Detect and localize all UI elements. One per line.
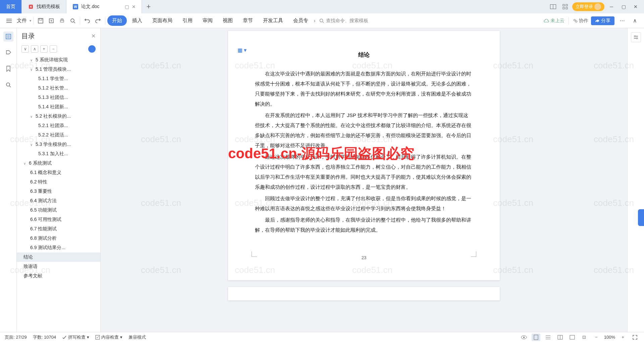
search-icon — [319, 18, 324, 23]
preview-icon[interactable] — [68, 16, 78, 26]
outline-icon[interactable] — [3, 32, 13, 42]
settings-panel-icon[interactable] — [631, 32, 641, 42]
export-icon[interactable] — [46, 16, 56, 26]
eye-icon[interactable] — [520, 334, 528, 341]
outline-item[interactable]: 6.7 性能测试 — [17, 224, 100, 234]
outline-item[interactable]: 结论 — [17, 252, 100, 262]
view-web-icon[interactable] — [568, 334, 577, 341]
page-corner — [471, 251, 476, 257]
outline-item[interactable]: 参考文献 — [17, 271, 100, 281]
bookmark-icon[interactable] — [3, 64, 13, 74]
outline-item[interactable]: 6.3 重要性 — [17, 187, 100, 196]
zoom-out-button[interactable]: − — [592, 334, 601, 341]
doc-heading: 结论 — [255, 51, 473, 59]
menu-layout[interactable]: 页面布局 — [148, 15, 177, 26]
menu-chapter[interactable]: 章节 — [238, 15, 258, 26]
page-marker-icon[interactable]: ▦ ▾ — [237, 47, 247, 53]
tab-home[interactable]: 首页 — [0, 0, 22, 13]
menu-start[interactable]: 开始 — [107, 15, 127, 26]
redo-icon[interactable] — [93, 16, 103, 26]
outline-item[interactable]: 6.4 测试方法 — [17, 196, 100, 206]
fullscreen-icon[interactable] — [631, 334, 639, 341]
print-icon[interactable] — [57, 16, 67, 26]
layout-icon[interactable] — [548, 2, 558, 12]
menu-devtools[interactable]: 开发工具 — [258, 15, 288, 26]
menu-reference[interactable]: 引用 — [178, 15, 197, 26]
zoom-in-button[interactable]: + — [619, 334, 627, 341]
outline-item[interactable]: 6.9 测试结果分... — [17, 243, 100, 252]
share-button[interactable]: 分享 — [591, 16, 614, 25]
outline-item[interactable]: ∨5.1 管理员模块... — [17, 65, 100, 74]
outline-item[interactable]: 6.6 可用性测试 — [17, 215, 100, 224]
login-button[interactable]: 立即登录 — [572, 2, 604, 11]
svg-rect-6 — [566, 4, 568, 6]
menu-insert[interactable]: 插入 — [127, 15, 147, 26]
menu-icon[interactable] — [4, 16, 14, 26]
outline-item[interactable]: 5.1.3 社团信... — [17, 93, 100, 102]
maximize-button[interactable]: ▢ — [619, 2, 629, 12]
close-outline-icon[interactable]: ✕ — [91, 33, 96, 39]
zoom-fit-icon[interactable]: ⊡ — [580, 334, 589, 341]
remove-node-icon[interactable]: − — [50, 45, 57, 53]
spell-check-toggle[interactable]: 拼写检查 ▾ — [62, 334, 89, 340]
outline-item[interactable]: ∨6 系统测试 — [17, 159, 100, 168]
outline-item[interactable]: ∨5 系统详细实现 — [17, 55, 100, 65]
compat-mode[interactable]: 兼容模式 — [128, 334, 146, 340]
window-mode-icon[interactable]: ▢ — [125, 4, 129, 9]
word-icon: W — [72, 4, 78, 10]
page-number: 23 — [255, 255, 473, 260]
cloud-icon — [544, 19, 549, 23]
outline-item[interactable]: ∨5.2 社长模块的... — [17, 112, 100, 121]
menu-member[interactable]: 会员专 — [288, 15, 313, 26]
svg-rect-12 — [38, 18, 43, 23]
paragraph: 在这次毕业设计中遇到的最困难的方面就是在数据库方面的知识，在刚开始进行毕业设计的… — [255, 69, 473, 109]
outline-item[interactable]: 6.5 功能测试 — [17, 206, 100, 215]
outline-item[interactable]: 6.2 特性 — [17, 177, 100, 187]
view-outline-icon[interactable] — [544, 334, 552, 341]
undo-icon[interactable] — [82, 16, 92, 26]
outline-item[interactable]: 致谢语 — [17, 262, 100, 271]
outline-item[interactable]: 5.1.2 社长管... — [17, 83, 100, 93]
expand-all-icon[interactable]: ∧ — [31, 45, 38, 53]
svg-rect-5 — [563, 4, 565, 6]
document-area[interactable]: ▦ ▾ 结论 在这次毕业设计中遇到的最困难的方面就是在数据库方面的知识，在刚开始… — [101, 28, 627, 332]
tab-doc[interactable]: W 论文.doc ▢ × — [66, 0, 142, 13]
command-search[interactable]: 查找命令、搜索模板 — [319, 18, 368, 24]
view-read-icon[interactable] — [556, 334, 565, 341]
menu-review[interactable]: 审阅 — [198, 15, 217, 26]
outline-item[interactable]: 5.1.1 学生管... — [17, 74, 100, 83]
collab-icon — [573, 18, 578, 23]
save-icon[interactable] — [36, 16, 46, 26]
outline-panel: 目录 ✕ ∨ ∧ + − ∨5 系统详细实现∨5.1 管理员模块...5.1.1… — [17, 28, 101, 332]
cloud-status[interactable]: 未上云 — [544, 18, 565, 24]
view-page-icon[interactable] — [532, 334, 540, 341]
close-icon[interactable]: × — [132, 3, 136, 10]
minimize-button[interactable]: ─ — [606, 2, 616, 12]
file-menu[interactable]: 文件 — [15, 17, 29, 24]
ai-bubble-icon[interactable] — [88, 45, 96, 53]
outline-item[interactable]: 6.8 测试分析 — [17, 234, 100, 243]
outline-item[interactable]: 5.3.1 加入社... — [17, 149, 100, 159]
outline-item[interactable]: 5.1.4 社团新... — [17, 102, 100, 112]
outline-item[interactable]: 5.2.2 社团活... — [17, 130, 100, 140]
tag-icon[interactable] — [3, 48, 13, 58]
collapse-icon[interactable]: ∧ — [630, 16, 640, 26]
menu-view[interactable]: 视图 — [218, 15, 237, 26]
content-check-toggle[interactable]: 内容检查 ▾ — [95, 334, 122, 340]
more-icon[interactable]: ⋯ — [617, 16, 627, 26]
search-panel-icon[interactable] — [3, 80, 13, 90]
close-window-button[interactable]: ✕ — [631, 2, 641, 12]
page-indicator[interactable]: 页面: 27/29 — [5, 334, 27, 340]
collab-button[interactable]: 协作 — [573, 18, 588, 24]
new-tab-button[interactable]: + — [142, 0, 155, 13]
outline-item[interactable]: 6.1 概念和意义 — [17, 168, 100, 177]
collapse-all-icon[interactable]: ∨ — [21, 45, 29, 53]
add-node-icon[interactable]: + — [40, 45, 48, 53]
word-count[interactable]: 字数: 10704 — [33, 334, 56, 340]
side-drawer-tab[interactable] — [638, 209, 644, 226]
outline-toolbar: ∨ ∧ + − — [17, 44, 100, 55]
apps-icon[interactable] — [560, 2, 570, 12]
outline-item[interactable]: ∨5.3 学生模块的... — [17, 140, 100, 149]
outline-item[interactable]: 5.2.1 社团添... — [17, 121, 100, 130]
tab-template[interactable]: 找稻壳模板 — [22, 0, 66, 13]
